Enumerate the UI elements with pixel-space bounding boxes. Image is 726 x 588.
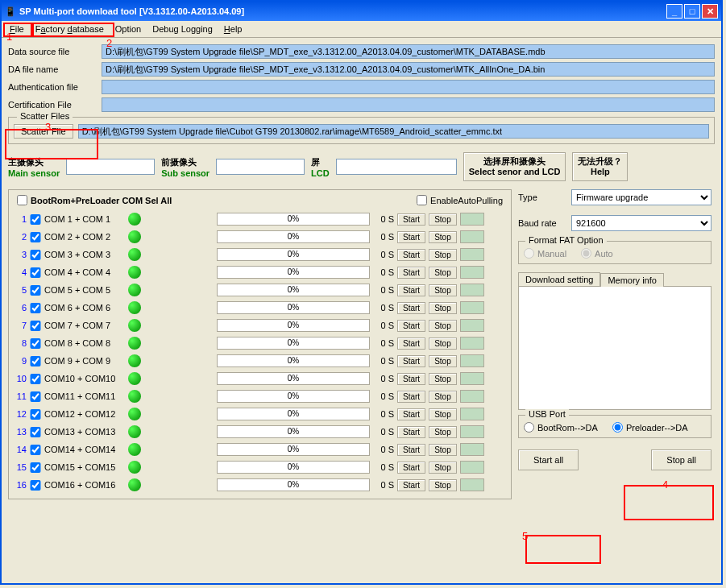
start-button[interactable]: Start (397, 284, 425, 296)
scatter-file-input[interactable] (78, 124, 709, 139)
led-icon (128, 408, 141, 420)
com-name: COM 2 + COM 2 (44, 232, 125, 242)
com-checkbox[interactable] (30, 374, 41, 384)
start-button[interactable]: Start (397, 213, 425, 226)
com-row: 15 COM15 + COM15 0% 0 S Start Stop (14, 458, 506, 476)
com-index: 14 (14, 445, 27, 454)
stop-button[interactable]: Stop (429, 426, 457, 438)
main-sensor-input[interactable] (66, 159, 155, 175)
fat-auto-radio: Auto (581, 248, 613, 259)
stop-button[interactable]: Stop (429, 408, 457, 420)
start-button[interactable]: Start (397, 302, 425, 314)
stop-button[interactable]: Stop (429, 249, 457, 261)
status-box (460, 213, 484, 226)
com-checkbox[interactable] (30, 250, 41, 260)
start-button[interactable]: Start (397, 408, 425, 420)
com-index: 11 (14, 391, 27, 401)
stop-button[interactable]: Stop (429, 267, 457, 279)
usb-bootrom-radio[interactable]: BootRom-->DA (524, 422, 598, 433)
com-checkbox[interactable] (30, 267, 41, 278)
tab-memory-info[interactable]: Memory info (600, 273, 664, 287)
status-box (460, 354, 484, 367)
com-row: 4 COM 4 + COM 4 0% 0 S Start Stop (14, 263, 506, 281)
start-button[interactable]: Start (397, 391, 425, 403)
status-box (460, 337, 484, 350)
start-button[interactable]: Start (397, 444, 425, 456)
maximize-button[interactable]: □ (684, 4, 700, 19)
type-select[interactable]: Firmware upgrade (571, 189, 711, 205)
com-checkbox[interactable] (30, 232, 41, 242)
minimize-button[interactable]: _ (666, 4, 682, 19)
led-icon (128, 354, 141, 367)
stop-button[interactable]: Stop (429, 337, 457, 350)
da-file-input[interactable] (102, 62, 715, 77)
stop-button[interactable]: Stop (429, 462, 457, 474)
stop-button[interactable]: Stop (429, 391, 457, 403)
select-sensor-lcd-button[interactable]: 选择屏和摄像头Select senor and LCD (463, 152, 566, 181)
start-button[interactable]: Start (397, 320, 425, 332)
com-checkbox[interactable] (30, 303, 41, 313)
com-row: 9 COM 9 + COM 9 0% 0 S Start Stop (14, 352, 506, 370)
com-checkbox[interactable] (30, 409, 41, 420)
com-name: COM14 + COM14 (44, 445, 125, 454)
time-label: 0 S (373, 427, 394, 437)
start-button[interactable]: Start (397, 249, 425, 261)
start-button[interactable]: Start (397, 373, 425, 385)
status-box (460, 425, 484, 438)
time-label: 0 S (373, 445, 394, 454)
main-sensor-en: Main sensor (8, 168, 60, 178)
start-button[interactable]: Start (397, 267, 425, 279)
scatter-file-button[interactable]: Scatter File (14, 124, 73, 139)
baud-select[interactable]: 921600 (571, 215, 711, 231)
stop-button[interactable]: Stop (429, 444, 457, 456)
start-all-button[interactable]: Start all (518, 449, 579, 470)
stop-button[interactable]: Stop (429, 284, 457, 296)
start-button[interactable]: Start (397, 426, 425, 438)
com-checkbox[interactable] (30, 285, 41, 296)
help-button[interactable]: 无法升级？Help (572, 152, 628, 181)
time-label: 0 S (373, 303, 394, 313)
start-button[interactable]: Start (397, 231, 425, 243)
com-index: 8 (14, 338, 27, 348)
led-icon (128, 319, 141, 332)
cert-file-input[interactable] (102, 97, 715, 112)
tab-download-setting[interactable]: Download setting (518, 272, 600, 286)
menu-option[interactable]: Option (110, 23, 146, 35)
com-checkbox[interactable] (30, 338, 41, 349)
com-index: 5 (14, 285, 27, 295)
auto-pulling-checkbox[interactable]: EnableAutoPulling (417, 195, 503, 205)
stop-button[interactable]: Stop (429, 231, 457, 243)
com-checkbox[interactable] (30, 391, 41, 402)
start-button[interactable]: Start (397, 337, 425, 350)
menu-file[interactable]: File (5, 23, 29, 35)
com-name: COM10 + COM10 (44, 374, 125, 383)
menu-help[interactable]: Help (219, 23, 247, 35)
com-checkbox[interactable] (30, 321, 41, 331)
stop-all-button[interactable]: Stop all (651, 449, 711, 470)
close-button[interactable]: ✕ (702, 4, 718, 19)
start-button[interactable]: Start (397, 355, 425, 367)
menu-debug-logging[interactable]: Debug Logging (147, 23, 218, 35)
sub-sensor-input[interactable] (216, 159, 305, 175)
com-checkbox[interactable] (30, 356, 41, 366)
auth-file-input[interactable] (102, 80, 715, 94)
data-source-input[interactable] (102, 44, 715, 59)
stop-button[interactable]: Stop (429, 320, 457, 332)
start-button[interactable]: Start (397, 479, 425, 491)
stop-button[interactable]: Stop (429, 355, 457, 367)
com-checkbox[interactable] (30, 480, 41, 491)
stop-button[interactable]: Stop (429, 213, 457, 226)
com-checkbox[interactable] (30, 445, 41, 455)
com-checkbox[interactable] (30, 214, 41, 225)
stop-button[interactable]: Stop (429, 302, 457, 314)
start-button[interactable]: Start (397, 462, 425, 474)
stop-button[interactable]: Stop (429, 373, 457, 385)
sel-all-checkbox[interactable]: BootRom+PreLoader COM Sel All (17, 195, 172, 205)
com-checkbox[interactable] (30, 462, 41, 473)
com-checkbox[interactable] (30, 427, 41, 437)
menu-factory-database[interactable]: Factory database (31, 23, 109, 35)
lcd-input[interactable] (336, 159, 457, 175)
com-name: COM 5 + COM 5 (44, 285, 125, 295)
usb-preloader-radio[interactable]: Preloader-->DA (612, 422, 688, 433)
stop-button[interactable]: Stop (429, 479, 457, 491)
